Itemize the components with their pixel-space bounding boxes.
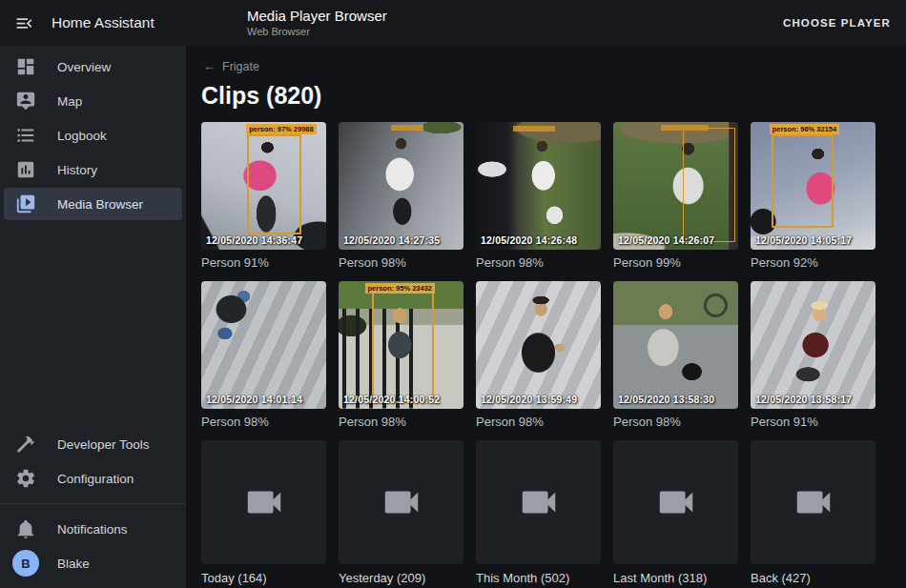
page-subtitle: Web Browser xyxy=(247,26,387,38)
clip-timestamp-overlay: 12/05/2020 13:58:17 xyxy=(755,394,852,405)
sidebar-item-logbook[interactable]: Logbook xyxy=(4,119,182,152)
user-avatar: B xyxy=(12,550,39,577)
folder-card: Back (427) xyxy=(751,440,875,585)
sidebar-item-label: Logbook xyxy=(57,129,107,143)
clip-card: 12/05/2020 13:58:30 Person 98% xyxy=(613,281,738,429)
clip-caption: Person 92% xyxy=(751,255,875,270)
sidebar-item-user[interactable]: B Blake xyxy=(4,547,182,579)
app-title: Home Assistant xyxy=(51,14,154,31)
folder-label: Last Month (318) xyxy=(613,571,738,585)
page-header: Media Player Browser Web Browser xyxy=(247,8,387,38)
folder-label: Today (164) xyxy=(201,571,326,585)
detection-label xyxy=(661,125,709,131)
clip-timestamp-overlay: 12/05/2020 14:36:47 xyxy=(206,234,302,246)
clip-timestamp-overlay: 12/05/2020 14:00:52 xyxy=(343,394,440,405)
folder-card: Last Month (318) xyxy=(613,440,738,585)
clip-caption: Person 91% xyxy=(201,255,326,270)
sidebar-item-label: Notifications xyxy=(57,522,128,537)
chart-box-icon xyxy=(15,159,36,180)
clip-caption: Person 98% xyxy=(339,255,463,270)
clip-thumbnail[interactable]: person: 96% 32154 12/05/2020 14:05:17 xyxy=(751,122,875,250)
clip-thumbnail[interactable]: 12/05/2020 14:26:48 xyxy=(476,122,601,250)
page-section-title: Clips (820) xyxy=(201,82,906,110)
folder-label: This Month (502) xyxy=(476,571,601,585)
sidebar-item-overview[interactable]: Overview xyxy=(4,51,182,83)
clip-thumbnail[interactable]: person: 95% 23432 12/05/2020 14:00:52 xyxy=(339,281,463,409)
sidebar-item-label: Configuration xyxy=(57,472,134,486)
sidebar-header: Home Assistant xyxy=(0,11,186,34)
sidebar: Overview Map Logbook History Media Brows… xyxy=(0,46,186,588)
clip-card: person: 96% 32154 12/05/2020 14:05:17 Pe… xyxy=(751,122,875,270)
page-title: Media Player Browser xyxy=(247,8,387,25)
clip-caption: Person 91% xyxy=(751,415,875,429)
sidebar-item-map[interactable]: Map xyxy=(4,85,182,117)
media-browser-content: ← Frigate Clips (820) person: 97% 29988 … xyxy=(186,46,906,588)
clip-thumbnail[interactable]: 12/05/2020 13:58:30 xyxy=(613,281,738,409)
clip-card: 12/05/2020 14:26:48 Person 98% xyxy=(476,122,601,270)
clip-timestamp-overlay: 12/05/2020 14:27:35 xyxy=(343,234,440,246)
folder-tile-this-month[interactable] xyxy=(476,440,601,564)
gear-icon xyxy=(15,468,36,489)
clip-thumbnail[interactable]: person: 97% 29988 12/05/2020 14:36:47 xyxy=(201,122,326,250)
play-box-multiple-icon xyxy=(15,193,36,214)
dashboard-icon xyxy=(15,56,36,77)
choose-player-button[interactable]: CHOOSE PLAYER xyxy=(768,10,906,36)
clip-card: 12/05/2020 14:26:07 Person 99% xyxy=(613,122,738,270)
clip-thumbnail[interactable]: 12/05/2020 13:59:49 xyxy=(476,281,601,409)
sidebar-item-label: Developer Tools xyxy=(57,437,150,452)
clip-card: 12/05/2020 14:01:14 Person 98% xyxy=(201,281,326,429)
video-camera-icon xyxy=(792,480,835,524)
sidebar-item-label: Overview xyxy=(57,60,111,74)
sidebar-item-label: Media Browser xyxy=(57,197,143,212)
video-camera-icon xyxy=(380,480,423,524)
bell-icon xyxy=(15,518,36,539)
clip-timestamp-overlay: 12/05/2020 13:59:49 xyxy=(481,394,577,405)
detection-label: person: 95% 23432 xyxy=(365,283,436,294)
clip-caption: Person 99% xyxy=(613,255,738,270)
list-bulleted-icon xyxy=(15,125,36,146)
clip-thumbnail[interactable]: 12/05/2020 14:27:35 xyxy=(339,122,463,250)
clip-caption: Person 98% xyxy=(339,415,463,429)
detection-label: person: 97% 29988 xyxy=(246,124,317,134)
clip-timestamp-overlay: 12/05/2020 14:01:14 xyxy=(206,394,302,405)
breadcrumb-label: Frigate xyxy=(222,60,259,73)
clip-timestamp-overlay: 12/05/2020 14:05:17 xyxy=(755,234,852,246)
folder-tile-last-month[interactable] xyxy=(613,440,738,564)
sidebar-item-label: Map xyxy=(57,94,82,109)
sidebar-item-notifications[interactable]: Notifications xyxy=(4,513,182,545)
detection-label xyxy=(513,126,555,132)
back-arrow-icon: ← xyxy=(203,59,216,73)
clip-caption: Person 98% xyxy=(613,415,738,429)
sidebar-item-history[interactable]: History xyxy=(4,153,182,186)
detection-bbox xyxy=(247,134,300,234)
clip-thumbnail[interactable]: 12/05/2020 13:58:17 xyxy=(751,281,875,409)
video-camera-icon xyxy=(242,480,286,524)
clips-grid: person: 97% 29988 12/05/2020 14:36:47 Pe… xyxy=(201,122,906,585)
sidebar-item-media-browser[interactable]: Media Browser xyxy=(4,188,182,220)
folder-tile-yesterday[interactable] xyxy=(339,440,463,564)
sidebar-spacer xyxy=(0,221,186,427)
video-camera-icon xyxy=(654,480,698,524)
sidebar-divider xyxy=(0,503,186,504)
user-name: Blake xyxy=(57,557,90,571)
map-account-icon xyxy=(15,91,36,112)
detection-bbox xyxy=(372,292,433,403)
clip-card: 12/05/2020 13:58:17 Person 91% xyxy=(751,281,875,429)
clip-thumbnail[interactable]: 12/05/2020 14:01:14 xyxy=(201,281,326,409)
detection-bbox xyxy=(772,134,833,228)
detection-label: person: 96% 32154 xyxy=(770,124,840,134)
clip-timestamp-overlay: 12/05/2020 14:26:07 xyxy=(618,234,714,246)
clip-caption: Person 98% xyxy=(476,415,601,429)
clip-thumbnail[interactable]: 12/05/2020 14:26:07 xyxy=(613,122,738,250)
folder-tile-today[interactable] xyxy=(201,440,326,564)
detection-bbox xyxy=(683,128,734,242)
sidebar-item-configuration[interactable]: Configuration xyxy=(4,462,182,495)
menu-toggle-icon[interactable] xyxy=(12,11,35,34)
clip-timestamp-overlay: 12/05/2020 14:26:48 xyxy=(481,234,577,246)
folder-card: Today (164) xyxy=(201,440,326,585)
folder-tile-back[interactable] xyxy=(751,440,875,564)
app-header: Home Assistant Media Player Browser Web … xyxy=(0,0,906,46)
folder-label: Yesterday (209) xyxy=(339,571,463,585)
breadcrumb-back-frigate[interactable]: ← Frigate xyxy=(201,59,259,73)
sidebar-item-developer-tools[interactable]: Developer Tools xyxy=(4,428,182,460)
